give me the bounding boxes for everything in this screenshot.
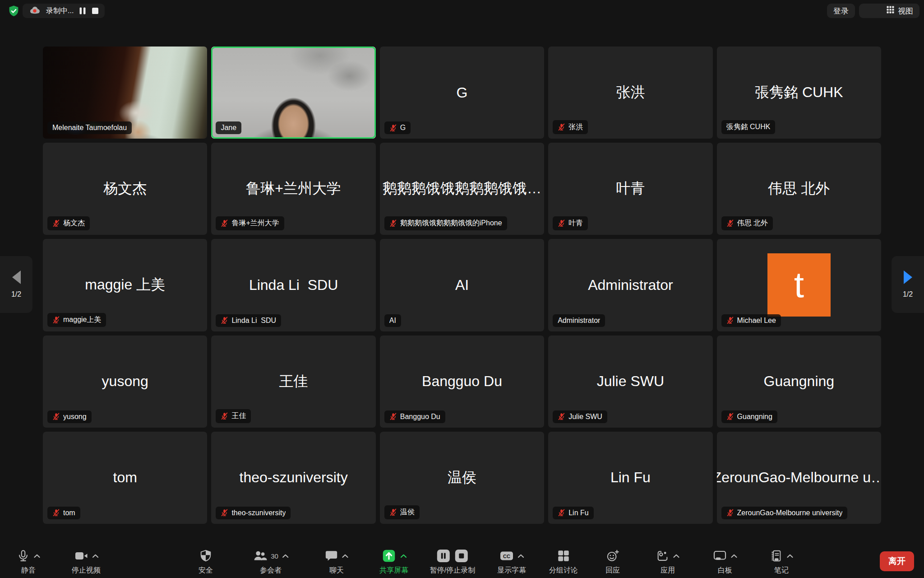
pause-recording-button[interactable] (79, 7, 86, 15)
apps-icon (656, 549, 670, 563)
participant-tile[interactable]: GuangningGuangning (717, 336, 881, 428)
view-button[interactable]: 视图 (859, 4, 919, 18)
prev-page-button[interactable]: 1/2 (0, 256, 32, 313)
participant-name: AI (380, 239, 544, 331)
top-bar: 录制中... 登录 (0, 0, 924, 22)
toolbar-item-breakout[interactable]: 分组讨论 (549, 548, 578, 575)
participant-label-text: 王佳 (231, 411, 246, 421)
toolbar-item-mute[interactable]: 静音 (17, 548, 41, 575)
participant-tile[interactable]: tMichael Lee (717, 239, 881, 331)
participant-label-text: Julie SWU (568, 413, 602, 421)
toolbar-item-whiteboard[interactable]: 白板 (713, 548, 738, 575)
meeting-security-shield-icon[interactable] (7, 5, 20, 17)
participant-label-text: 伟思 北外 (737, 219, 768, 228)
participant-label: Guangning (721, 410, 777, 423)
participants-count-badge: 30 (271, 552, 278, 560)
chevron-up-icon[interactable] (731, 554, 738, 558)
shield-icon (199, 549, 213, 563)
participant-label-text: yusong (63, 413, 87, 421)
participant-tile[interactable]: theo-szuniversitytheo-szuniversity (211, 432, 375, 524)
participant-label: G (384, 121, 411, 134)
participant-tile[interactable]: Julie SWUJulie SWU (548, 336, 712, 428)
chevron-up-icon[interactable] (92, 554, 99, 558)
participant-tile[interactable]: 伟思 北外伟思 北外 (717, 143, 881, 235)
muted-mic-icon (221, 509, 228, 517)
participant-tile[interactable]: yusongyusong (43, 336, 207, 428)
recording-status-text: 录制中... (46, 6, 74, 16)
participant-label-text: 張隽銘 CUHK (726, 122, 771, 132)
login-button[interactable]: 登录 (827, 4, 855, 18)
next-page-arrow-icon (904, 270, 912, 284)
toolbar-item-captions[interactable]: CC显示字幕 (497, 548, 526, 575)
participant-tile[interactable]: 王佳王佳 (211, 336, 375, 428)
toolbar-item-stop-video[interactable]: 停止视频 (72, 548, 101, 575)
participant-label: Melenaite Taumoefolau (47, 121, 132, 134)
stop-recording-icon[interactable] (454, 549, 469, 563)
participant-label: Julie SWU (553, 410, 607, 423)
participant-tile[interactable]: Melenaite Taumoefolau (43, 47, 207, 139)
chevron-up-icon[interactable] (517, 554, 524, 558)
chevron-up-icon[interactable] (342, 554, 349, 558)
toolbar-item-chat[interactable]: 聊天 (325, 548, 349, 575)
topbar-right-controls: 登录 视图 (827, 4, 919, 18)
participant-label-text: 鹅鹅鹅饿饿鹅鹅鹅饿饿的iPhone (400, 219, 502, 228)
participant-tile[interactable]: 叶青叶青 (548, 143, 712, 235)
chevron-up-icon[interactable] (400, 554, 407, 558)
participant-tile[interactable]: ZerounGao-Melbourne u…ZerounGao-Melbourn… (717, 432, 881, 524)
toolbar-item-participants[interactable]: 30参会者 (253, 548, 289, 575)
participant-tile[interactable]: Linda Li SDULinda Li SDU (211, 239, 375, 331)
participant-tile[interactable]: 張隽銘 CUHK張隽銘 CUHK (717, 47, 881, 139)
muted-mic-icon (389, 508, 397, 516)
muted-mic-icon (52, 509, 60, 517)
toolbar-item-label: 停止视频 (72, 566, 101, 575)
participant-tile[interactable]: 杨文杰杨文杰 (43, 143, 207, 235)
muted-mic-icon (221, 412, 228, 420)
participant-tile[interactable]: maggie 上美maggie上美 (43, 239, 207, 331)
stop-recording-button[interactable] (92, 7, 99, 14)
chevron-up-icon[interactable] (673, 554, 680, 558)
toolbar-item-label: 笔记 (774, 566, 789, 575)
participant-tile[interactable]: 鲁琳+兰州大学鲁琳+兰州大学 (211, 143, 375, 235)
chevron-up-icon[interactable] (787, 554, 794, 558)
leave-meeting-button[interactable]: 离开 (880, 551, 914, 571)
participant-tile[interactable]: AIAI (380, 239, 544, 331)
participant-label: Administrator (553, 314, 605, 327)
toolbar-item-label: 共享屏幕 (379, 566, 408, 575)
toolbar-item-record[interactable]: 暂停/停止录制 (430, 548, 475, 575)
toolbar-item-label: 暂停/停止录制 (430, 566, 475, 575)
recording-indicator: 录制中... (23, 4, 105, 18)
toolbar-item-apps[interactable]: 应用 (656, 548, 680, 575)
toolbar-item-label: 回应 (605, 566, 620, 575)
svg-text:CC: CC (503, 554, 510, 559)
participant-tile[interactable]: 张洪张洪 (548, 47, 712, 139)
muted-mic-icon (389, 124, 397, 132)
participant-tile[interactable]: Lin FuLin Fu (548, 432, 712, 524)
next-page-button[interactable]: 1/2 (892, 256, 924, 313)
toolbar-item-security[interactable]: 安全 (199, 548, 213, 575)
participant-tile[interactable]: AdministratorAdministrator (548, 239, 712, 331)
participant-label: 温侯 (384, 505, 420, 519)
participant-label-text: 温侯 (400, 508, 415, 517)
toolbar-item-notes[interactable]: 笔记 (770, 548, 794, 575)
participant-tile[interactable]: tomtom (43, 432, 207, 524)
pause-recording-icon[interactable] (436, 549, 451, 563)
muted-mic-icon (558, 219, 565, 227)
participant-tile[interactable]: 鹅鹅鹅饿饿鹅鹅鹅饿饿…鹅鹅鹅饿饿鹅鹅鹅饿饿的iPhone (380, 143, 544, 235)
participant-tile[interactable]: 温侯温侯 (380, 432, 544, 524)
participant-tile[interactable]: Jane (211, 47, 375, 139)
prev-page-arrow-icon (12, 270, 21, 284)
participant-label: maggie上美 (47, 313, 106, 327)
participant-label-text: ZerounGao-Melbourne university (737, 509, 843, 517)
toolbar-item-share[interactable]: 共享屏幕 (379, 548, 408, 575)
toolbar-item-label: 参会者 (260, 566, 282, 575)
participant-label-text: Melenaite Taumoefolau (52, 124, 127, 132)
toolbar-item-reactions[interactable]: 回应 (605, 548, 620, 575)
participant-tile[interactable]: Bangguo DuBangguo Du (380, 336, 544, 428)
chevron-up-icon[interactable] (282, 554, 289, 558)
chevron-up-icon[interactable] (34, 554, 41, 558)
participant-label-text: 叶青 (568, 219, 583, 228)
participant-label-text: Administrator (558, 317, 600, 325)
participant-tile[interactable]: GG (380, 47, 544, 139)
share-screen-icon (381, 548, 397, 564)
toolbar-item-label: 聊天 (329, 566, 344, 575)
